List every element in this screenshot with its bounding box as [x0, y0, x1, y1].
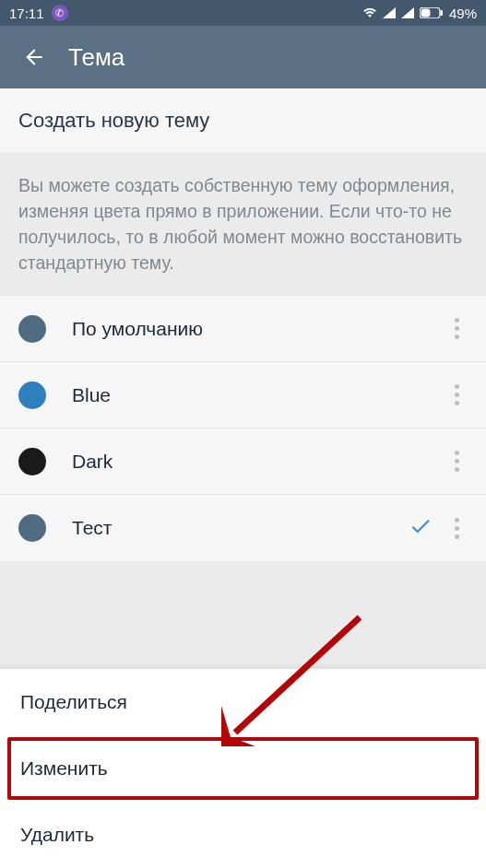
status-bar: 17:11 49% — [0, 0, 486, 26]
theme-item-blue[interactable]: Blue — [0, 362, 486, 428]
context-menu: Поделиться Изменить Удалить — [0, 669, 486, 868]
svg-rect-1 — [421, 8, 430, 17]
create-theme-header[interactable]: Создать новую тему — [0, 88, 486, 154]
create-theme-title: Создать новую тему — [18, 109, 468, 133]
theme-label: По умолчанию — [72, 318, 445, 340]
back-button[interactable] — [11, 45, 57, 69]
theme-list: По умолчанию Blue Dark Тест — [0, 296, 486, 561]
theme-item-default[interactable]: По умолчанию — [0, 296, 486, 362]
signal-icon-1 — [383, 6, 396, 21]
theme-swatch — [18, 381, 46, 409]
menu-edit-label: Изменить — [20, 757, 108, 780]
wifi-icon — [362, 6, 377, 21]
description-text: Вы можете создать собственную тему оформ… — [0, 154, 486, 296]
more-icon[interactable] — [445, 518, 468, 539]
theme-label: Dark — [72, 451, 445, 473]
menu-share[interactable]: Поделиться — [0, 669, 486, 735]
theme-swatch — [18, 514, 46, 542]
check-icon — [409, 514, 433, 542]
more-icon[interactable] — [445, 318, 468, 339]
signal-icon-2 — [401, 6, 414, 21]
menu-edit[interactable]: Изменить — [0, 735, 486, 802]
app-title: Тема — [68, 43, 124, 72]
more-icon[interactable] — [445, 451, 468, 472]
status-time: 17:11 — [9, 6, 44, 21]
svg-rect-2 — [440, 10, 443, 16]
battery-icon — [420, 6, 444, 21]
menu-share-label: Поделиться — [20, 691, 127, 713]
menu-delete[interactable]: Удалить — [0, 802, 486, 868]
theme-swatch — [18, 448, 46, 475]
theme-item-dark[interactable]: Dark — [0, 428, 486, 495]
theme-item-test[interactable]: Тест — [0, 495, 486, 561]
content-gap — [0, 561, 486, 628]
more-icon[interactable] — [445, 384, 468, 405]
theme-label: Blue — [72, 384, 445, 406]
battery-percent: 49% — [449, 6, 477, 21]
menu-delete-label: Удалить — [20, 824, 94, 846]
theme-swatch — [18, 315, 46, 343]
theme-label: Тест — [72, 517, 409, 539]
viber-icon — [52, 5, 68, 21]
app-bar: Тема — [0, 26, 486, 88]
